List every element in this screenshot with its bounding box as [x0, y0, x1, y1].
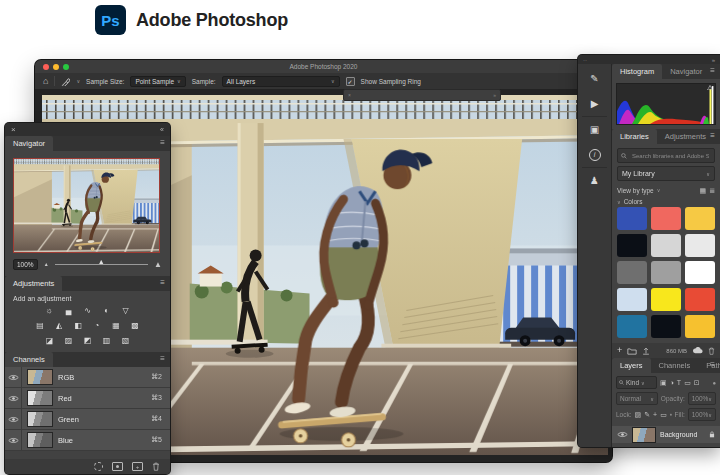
- channel-row-red[interactable]: Red ⌘3: [5, 388, 170, 409]
- list-view-icon[interactable]: ≣: [709, 187, 715, 194]
- channel-row-green[interactable]: Green ⌘4: [5, 409, 170, 430]
- tab-libraries[interactable]: Libraries: [612, 129, 657, 144]
- filter-shape-layers-icon[interactable]: ▭: [684, 379, 691, 386]
- panel-menu-icon[interactable]: ≡: [160, 355, 165, 363]
- color-swatch[interactable]: [617, 315, 647, 338]
- color-swatch[interactable]: [651, 261, 681, 284]
- drag-handle-icon[interactable]: ··: [583, 57, 587, 63]
- collapse-icon[interactable]: »: [493, 92, 496, 98]
- color-swatch[interactable]: [685, 315, 715, 338]
- tab-histogram[interactable]: Histogram: [612, 64, 662, 79]
- color-swatch[interactable]: [685, 288, 715, 311]
- layer-row-background[interactable]: Background: [612, 426, 720, 443]
- black-white-icon[interactable]: ◧: [72, 320, 85, 331]
- collapse-to-icons-icon[interactable]: «: [160, 126, 164, 133]
- filter-adjustment-layers-icon[interactable]: ◑: [670, 379, 674, 386]
- lock-artboard-icon[interactable]: ▭: [660, 411, 667, 418]
- visibility-eye-icon[interactable]: [5, 409, 22, 429]
- delete-channel-icon[interactable]: [152, 462, 160, 471]
- filter-smart-object-icon[interactable]: ⊡: [694, 379, 700, 386]
- tab-navigator[interactable]: Navigator: [5, 136, 53, 151]
- exposure-icon[interactable]: ◐: [100, 305, 113, 316]
- opacity-select[interactable]: 100% ∨: [688, 392, 716, 405]
- color-balance-icon[interactable]: ◭: [53, 320, 66, 331]
- clone-source-panel-icon[interactable]: ♟: [578, 168, 611, 193]
- sample-size-select[interactable]: Point Sample ∨: [130, 76, 185, 87]
- library-search-box[interactable]: [617, 148, 715, 163]
- lock-all-icon[interactable]: [670, 411, 672, 418]
- library-select[interactable]: My Library ∨: [617, 166, 715, 181]
- add-element-icon[interactable]: +: [617, 346, 622, 355]
- photo-filter-icon[interactable]: ◔: [91, 320, 104, 331]
- timeline-panel-icon[interactable]: ▣: [578, 117, 611, 142]
- show-sampling-ring-checkbox[interactable]: ✓: [346, 77, 355, 86]
- vibrance-icon[interactable]: ▽: [119, 305, 132, 316]
- sample-select[interactable]: All Layers ∨: [222, 76, 340, 87]
- eyedropper-tool-icon[interactable]: [61, 77, 70, 86]
- new-channel-icon[interactable]: +: [132, 462, 143, 471]
- info-panel-icon[interactable]: i: [578, 142, 611, 167]
- color-swatch[interactable]: [651, 234, 681, 257]
- filter-toggle-icon[interactable]: ●: [712, 380, 716, 386]
- brightness-contrast-icon[interactable]: ☼: [43, 305, 56, 316]
- home-icon[interactable]: ⌂: [43, 77, 48, 86]
- posterize-icon[interactable]: ▨: [62, 335, 75, 346]
- tab-adjustments[interactable]: Adjustments: [5, 276, 62, 291]
- filter-kind-select[interactable]: Kind ∨: [616, 376, 657, 389]
- lock-position-icon[interactable]: +: [653, 411, 657, 418]
- tab-channels-right[interactable]: Channels: [651, 358, 699, 373]
- color-swatch[interactable]: [685, 234, 715, 257]
- panel-menu-icon[interactable]: ≡: [160, 279, 165, 287]
- panel-menu-icon[interactable]: ≡: [710, 361, 715, 369]
- hue-saturation-icon[interactable]: ▤: [34, 320, 47, 331]
- zoom-slider[interactable]: ▲: [55, 264, 149, 265]
- cloud-sync-icon[interactable]: [692, 347, 703, 354]
- visibility-eye-icon[interactable]: [5, 430, 22, 450]
- visibility-eye-icon[interactable]: [5, 388, 22, 408]
- colors-section-header[interactable]: ∨ Colors: [617, 196, 715, 207]
- filter-pixel-layers-icon[interactable]: ▣: [660, 379, 667, 386]
- gradient-map-icon[interactable]: ▥: [100, 335, 113, 346]
- color-swatch[interactable]: [685, 207, 715, 230]
- color-swatch[interactable]: [651, 207, 681, 230]
- curves-icon[interactable]: ∿: [81, 305, 94, 316]
- threshold-icon[interactable]: ◩: [81, 335, 94, 346]
- channel-row-rgb[interactable]: RGB ⌘2: [5, 367, 170, 388]
- lock-transparency-icon[interactable]: ▨: [635, 411, 642, 418]
- expand-panels-icon[interactable]: »: [712, 57, 715, 63]
- color-swatch[interactable]: [617, 261, 647, 284]
- warning-refresh-icon[interactable]: ⚠: [707, 84, 713, 92]
- share-upload-icon[interactable]: [642, 347, 650, 355]
- load-selection-icon[interactable]: [94, 462, 103, 471]
- color-swatch[interactable]: [651, 315, 681, 338]
- zoom-in-icon[interactable]: ▲: [154, 261, 162, 269]
- save-selection-as-channel-icon[interactable]: [112, 462, 123, 471]
- panel-menu-icon[interactable]: ≡: [160, 139, 165, 147]
- tab-adjustments-right[interactable]: Adjustments: [657, 129, 714, 144]
- collapsed-panel-titlebar[interactable]: × »: [343, 89, 501, 101]
- lock-pixels-icon[interactable]: ✎: [644, 411, 650, 418]
- zoom-percent-field[interactable]: 100%: [13, 259, 38, 270]
- color-swatch[interactable]: [617, 234, 647, 257]
- zoom-out-icon[interactable]: ▲: [44, 262, 49, 267]
- grid-view-icon[interactable]: ▦: [700, 187, 707, 194]
- tab-channels[interactable]: Channels: [5, 352, 53, 367]
- brushes-panel-icon[interactable]: ✎: [578, 66, 611, 91]
- delete-icon[interactable]: [708, 347, 715, 355]
- tab-layers[interactable]: Layers: [612, 358, 651, 373]
- view-by-type-label[interactable]: View by type: [617, 187, 654, 194]
- invert-icon[interactable]: ◪: [43, 335, 56, 346]
- new-library-folder-icon[interactable]: [627, 347, 637, 355]
- zoom-slider-thumb[interactable]: ▲: [98, 258, 105, 265]
- levels-icon[interactable]: ▄: [62, 305, 75, 316]
- minimize-window-button[interactable]: [53, 64, 59, 70]
- color-swatch[interactable]: [617, 288, 647, 311]
- library-search-input[interactable]: [630, 152, 711, 160]
- tab-paths[interactable]: Paths: [698, 358, 720, 373]
- color-lookup-icon[interactable]: ▩: [129, 320, 142, 331]
- visibility-eye-icon[interactable]: [617, 431, 628, 438]
- actions-panel-icon[interactable]: ▶: [578, 91, 611, 116]
- color-swatch[interactable]: [651, 288, 681, 311]
- zoom-window-button[interactable]: [63, 64, 69, 70]
- fill-select[interactable]: 100% ∨: [688, 408, 716, 421]
